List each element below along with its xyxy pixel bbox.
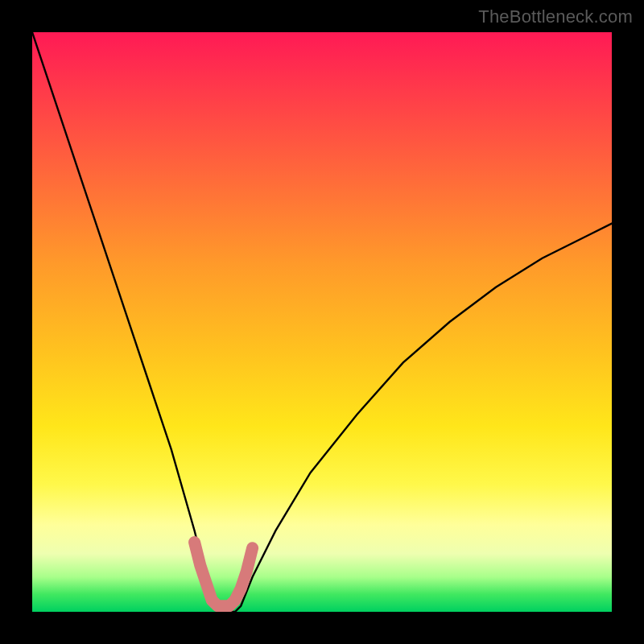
chart-frame: TheBottleneck.com xyxy=(0,0,644,644)
watermark-text: TheBottleneck.com xyxy=(478,6,633,27)
plot-area xyxy=(32,32,612,612)
chart-svg xyxy=(32,32,612,612)
bottleneck-curve xyxy=(32,32,612,612)
